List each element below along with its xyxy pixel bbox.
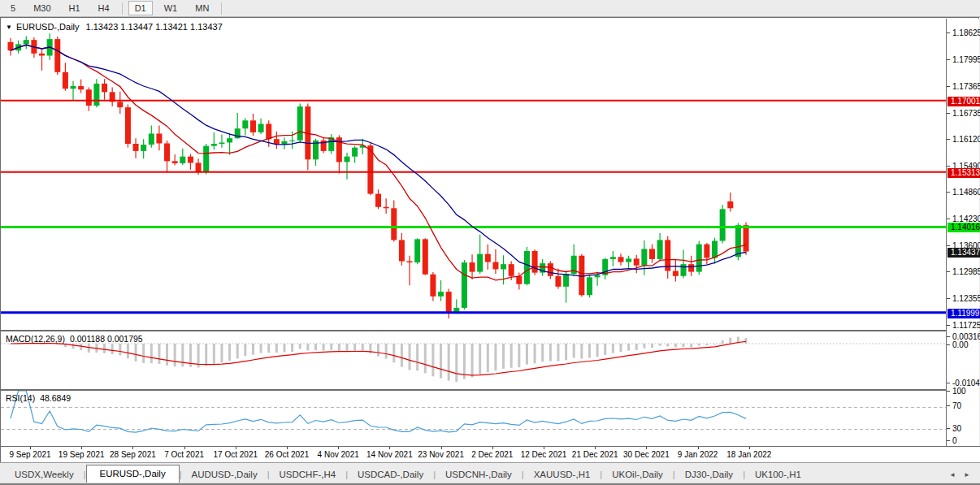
- timeframe-button-m30[interactable]: M30: [27, 1, 57, 15]
- price-tick: 1.14860: [947, 188, 979, 197]
- date-axis[interactable]: 9 Sep 202119 Sep 202128 Sep 20217 Oct 20…: [1, 446, 980, 462]
- toolbar-separator: [221, 2, 222, 15]
- rsi-label: RSI(14)48.6849: [6, 393, 71, 403]
- price-tick: 1.17365: [947, 83, 979, 91]
- rsi-chart[interactable]: [1, 391, 946, 446]
- date-tick: [389, 447, 390, 449]
- date-tick: [338, 447, 339, 449]
- price-tick: 1.17995: [947, 56, 979, 64]
- date-label: 18 Jan 2022: [726, 450, 771, 459]
- timeframe-button-5[interactable]: 5: [4, 1, 22, 15]
- rsi-value: 48.6849: [40, 393, 71, 403]
- date-tick: [184, 447, 185, 449]
- date-tick: [595, 447, 596, 449]
- chart-tab-ukoil-[interactable]: UKOil-,Daily: [602, 466, 673, 483]
- timeframe-button-mn[interactable]: MN: [189, 1, 215, 15]
- date-tick: [698, 447, 699, 449]
- rsi-tick: 30: [947, 425, 979, 433]
- date-tick: [544, 447, 544, 449]
- date-label: 14 Nov 2021: [366, 450, 413, 459]
- chart-tab-usdcad-[interactable]: USDCAD-,Daily: [348, 466, 433, 483]
- macd-label: MACD(12,26,9)0.001188 0.001795: [6, 334, 143, 344]
- timeframe-button-w1[interactable]: W1: [158, 1, 184, 15]
- date-tick: [30, 447, 31, 449]
- macd-tick: 0.00: [947, 341, 979, 349]
- price-tick: 1.11725: [947, 322, 979, 330]
- date-tick: [132, 447, 133, 449]
- timeframe-toolbar: 5M30H1H4D1W1MN: [0, 0, 980, 17]
- date-label: 17 Oct 2021: [214, 450, 258, 459]
- price-tick: 1.16735: [947, 110, 979, 118]
- date-label: 23 Nov 2021: [418, 450, 464, 459]
- timeframe-button-h1[interactable]: H1: [63, 1, 87, 15]
- chart-tab-usdcnh-[interactable]: USDCNH-,Daily: [436, 466, 522, 483]
- chart-tab-uk100-[interactable]: UK100-,H1: [745, 466, 811, 483]
- price-badge: 1.17001: [947, 97, 980, 106]
- symbol-dropdown-icon[interactable]: ▼: [6, 24, 12, 31]
- price-badge: 1.13437: [947, 248, 980, 258]
- price-badge: 1.15313: [947, 168, 980, 178]
- date-label: 9 Sep 2021: [9, 450, 50, 459]
- chart-tab-audusd-[interactable]: AUDUSD-,Daily: [182, 466, 267, 483]
- timeframe-button-d1[interactable]: D1: [128, 1, 153, 15]
- candlestick-chart[interactable]: [1, 19, 946, 330]
- ohlc-values: 1.13423 1.13447 1.13421 1.13437: [86, 22, 223, 32]
- date-label: 7 Oct 2021: [164, 450, 204, 459]
- tab-scroll-arrows[interactable]: ◄ ►: [949, 471, 973, 483]
- symbol-name: EURUSD-,Daily: [16, 22, 80, 32]
- price-tick: 1.16120: [947, 136, 979, 144]
- macd-pane[interactable]: MACD(12,26,9)0.001188 0.001795: [1, 330, 946, 389]
- date-label: 2 Dec 2021: [471, 450, 513, 459]
- chart-tab-usdx[interactable]: USDX,Weekly: [5, 466, 84, 483]
- date-tick: [492, 447, 493, 449]
- macd-values: 0.001188 0.001795: [70, 334, 143, 344]
- price-badge: 1.14016: [947, 223, 980, 232]
- chart-tab-dj30-[interactable]: DJ30-,Daily: [675, 466, 743, 483]
- rsi-tick: 0: [947, 437, 979, 445]
- date-label: 26 Oct 2021: [265, 450, 309, 459]
- date-label: 19 Sep 2021: [59, 450, 105, 459]
- mt4-terminal: 5M30H1H4D1W1MN ▼EURUSD-,Daily1.13423 1.1…: [0, 0, 980, 485]
- date-label: 4 Nov 2021: [318, 450, 359, 459]
- date-label: 21 Dec 2021: [572, 450, 618, 459]
- date-tick: [646, 447, 647, 449]
- price-tick: 1.12985: [947, 268, 979, 276]
- chart-tab-bar: USDX,Weekly|EURUSD-,Daily|AUDUSD-,Daily|…: [0, 462, 980, 483]
- price-badge: 1.11999: [947, 309, 980, 318]
- date-tick: [287, 447, 288, 449]
- chart-tab-usdchf-[interactable]: USDCHF-,H4: [270, 466, 346, 483]
- rsi-tick: 100: [947, 388, 979, 396]
- date-tick: [81, 447, 82, 449]
- timeframe-button-h4[interactable]: H4: [92, 1, 116, 15]
- date-label: 30 Dec 2021: [623, 450, 670, 459]
- date-label: 12 Dec 2021: [521, 450, 567, 459]
- rsi-pane[interactable]: RSI(14)48.6849: [1, 389, 946, 446]
- chart-tab-xauusd-[interactable]: XAUUSD-,H1: [524, 466, 601, 483]
- price-tick: 1.18625: [947, 29, 979, 37]
- date-tick: [441, 447, 442, 449]
- toolbar-separator: [122, 2, 123, 15]
- date-label: 9 Jan 2022: [678, 450, 718, 459]
- chart-title: ▼EURUSD-,Daily1.13423 1.13447 1.13421 1.…: [6, 22, 223, 32]
- price-axis[interactable]: 1.186251.179951.173651.167351.161201.154…: [946, 19, 979, 446]
- date-label: 28 Sep 2021: [110, 450, 156, 459]
- chart-tab-eurusd-[interactable]: EURUSD-,Daily: [86, 465, 180, 483]
- rsi-tick: 70: [947, 402, 979, 410]
- date-tick: [749, 447, 750, 449]
- price-tick: 1.12355: [947, 295, 979, 303]
- date-tick: [236, 447, 236, 449]
- chart-window: ▼EURUSD-,Daily1.13423 1.13447 1.13421 1.…: [0, 17, 979, 462]
- price-pane[interactable]: ▼EURUSD-,Daily1.13423 1.13447 1.13421 1.…: [1, 19, 946, 330]
